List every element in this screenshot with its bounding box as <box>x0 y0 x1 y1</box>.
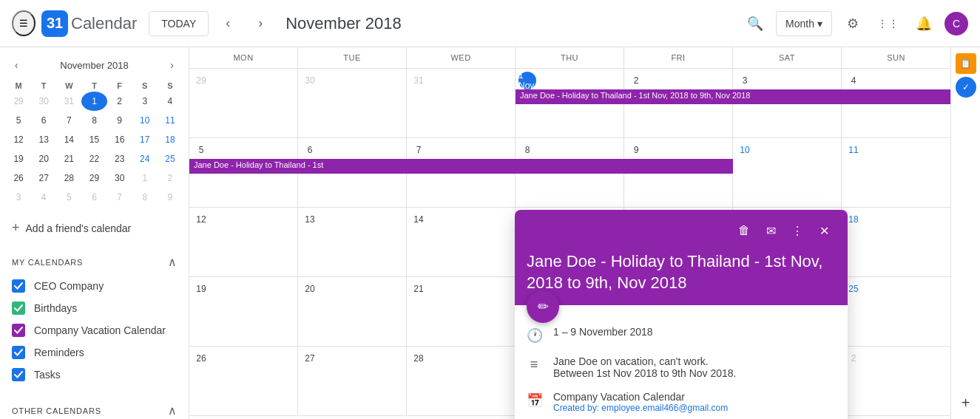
mini-prev-button[interactable]: ‹ <box>12 56 21 74</box>
date-26[interactable]: 26 <box>192 350 210 367</box>
mini-next-button[interactable]: › <box>167 56 177 74</box>
mini-cal-date[interactable]: 17 <box>132 130 158 149</box>
notifications-button[interactable]: 🔔 <box>909 9 939 38</box>
mini-cal-date[interactable]: 24 <box>132 149 158 168</box>
date-13[interactable]: 13 <box>301 211 319 228</box>
mini-cal-date[interactable]: 8 <box>132 188 158 207</box>
date-12[interactable]: 12 <box>192 211 210 228</box>
mini-cal-date[interactable]: 14 <box>56 130 81 149</box>
date-8[interactable]: 8 <box>518 141 536 159</box>
edit-fab[interactable]: ✏ <box>527 290 559 323</box>
mini-cal-date[interactable]: 31 <box>56 92 81 111</box>
date-21[interactable]: 21 <box>410 280 428 298</box>
mini-cal-date[interactable]: 5 <box>56 188 81 207</box>
mini-cal-date[interactable]: 3 <box>6 188 31 207</box>
calendar-item-birthdays[interactable]: Birthdays <box>0 297 189 319</box>
avatar[interactable]: C <box>944 12 968 35</box>
close-button[interactable]: ✕ <box>812 219 836 242</box>
mini-cal-date[interactable]: 3 <box>132 92 158 111</box>
ceo-checkbox[interactable] <box>12 279 25 293</box>
next-button[interactable]: › <box>247 10 274 37</box>
mini-cal-date[interactable]: 30 <box>107 168 132 188</box>
date-2[interactable]: 2 <box>627 72 645 89</box>
mini-cal-date[interactable]: 28 <box>56 168 81 188</box>
date-11[interactable]: 11 <box>845 141 862 159</box>
date-7[interactable]: 7 <box>410 141 428 159</box>
more-options-button[interactable]: ⋮ <box>785 219 809 242</box>
mini-cal-date[interactable]: 4 <box>158 92 183 111</box>
date-5[interactable]: 5 <box>192 141 210 159</box>
add-button[interactable]: + <box>956 392 976 413</box>
apps-button[interactable]: ⋮⋮ <box>873 9 903 38</box>
mini-cal-date[interactable]: 13 <box>31 130 56 149</box>
mini-cal-date[interactable]: 4 <box>31 188 56 207</box>
mini-cal-date[interactable]: 7 <box>107 188 132 207</box>
calendar-item-reminders[interactable]: Reminders <box>0 341 189 364</box>
date-14[interactable]: 14 <box>410 211 428 228</box>
mini-cal-date[interactable]: 26 <box>6 168 31 188</box>
date-30[interactable]: 30 <box>301 72 319 89</box>
date-20[interactable]: 20 <box>301 280 319 298</box>
right-panel-icon2[interactable]: ✓ <box>956 77 976 98</box>
date-1-nov[interactable]: 1 Nov <box>518 72 536 89</box>
mini-cal-date[interactable]: 30 <box>31 92 56 111</box>
mini-cal-date[interactable]: 16 <box>107 130 132 149</box>
mini-cal-date[interactable]: 5 <box>6 111 31 130</box>
date-9[interactable]: 9 <box>627 141 645 159</box>
mini-cal-date[interactable]: 29 <box>6 92 31 111</box>
date-4[interactable]: 4 <box>845 72 862 89</box>
mini-cal-date[interactable]: 18 <box>158 130 183 149</box>
today-button[interactable]: TODAY <box>149 11 209 36</box>
calendar-item-tasks[interactable]: Tasks <box>0 364 189 386</box>
mini-cal-date[interactable]: 9 <box>158 188 183 207</box>
mini-cal-date[interactable]: 12 <box>6 130 31 149</box>
mini-cal-date[interactable]: 9 <box>107 111 132 130</box>
vacation-checkbox[interactable] <box>12 324 25 337</box>
date-29[interactable]: 29 <box>192 72 210 89</box>
menu-button[interactable]: ☰ <box>12 10 36 36</box>
date-10[interactable]: 10 <box>736 141 754 159</box>
birthdays-checkbox[interactable] <box>12 302 25 315</box>
mini-cal-date[interactable]: 7 <box>56 111 81 130</box>
date-27[interactable]: 27 <box>301 350 319 367</box>
mini-cal-date[interactable]: 11 <box>158 111 183 130</box>
mini-cal-date[interactable]: 21 <box>56 149 81 168</box>
mini-cal-date[interactable]: 8 <box>81 111 107 130</box>
tasks-checkbox[interactable] <box>12 368 25 381</box>
mini-cal-date[interactable]: 6 <box>81 188 107 207</box>
search-button[interactable]: 🔍 <box>740 9 770 38</box>
date-31[interactable]: 31 <box>410 72 428 89</box>
month-selector[interactable]: Month ▾ <box>776 11 832 36</box>
delete-button[interactable]: 🗑 <box>732 219 756 242</box>
mini-cal-date[interactable]: 1 <box>81 92 107 111</box>
mini-cal-date[interactable]: 25 <box>158 149 183 168</box>
mini-cal-date[interactable]: 2 <box>107 92 132 111</box>
email-button[interactable]: ✉ <box>759 219 783 242</box>
mini-cal-date[interactable]: 22 <box>81 149 107 168</box>
mini-cal-date[interactable]: 6 <box>31 111 56 130</box>
event-row1[interactable]: Jane Doe - Holiday to Thailand - 1st Nov… <box>516 89 950 104</box>
my-calendars-header[interactable]: My calendars ∧ <box>0 249 189 275</box>
mini-cal-date[interactable]: 20 <box>31 149 56 168</box>
mini-cal-date[interactable]: 19 <box>6 149 31 168</box>
mini-cal-date[interactable]: 23 <box>107 149 132 168</box>
reminders-checkbox[interactable] <box>12 346 25 359</box>
mini-cal-date[interactable]: 2 <box>158 168 183 188</box>
date-28[interactable]: 28 <box>410 350 428 367</box>
other-calendars-header[interactable]: Other calendars ∧ <box>0 398 189 419</box>
calendar-item-vacation[interactable]: Company Vacation Calendar <box>0 319 189 341</box>
date-6[interactable]: 6 <box>301 141 319 159</box>
date-19[interactable]: 19 <box>192 280 210 298</box>
calendar-item-ceo[interactable]: CEO Company <box>0 275 189 297</box>
prev-button[interactable]: ‹ <box>214 10 241 37</box>
mini-cal-date[interactable]: 1 <box>132 168 158 188</box>
mini-cal-date[interactable]: 27 <box>31 168 56 188</box>
mini-cal-date[interactable]: 29 <box>81 168 107 188</box>
settings-button[interactable]: ⚙ <box>838 9 868 38</box>
right-panel-icon1[interactable]: 📋 <box>956 53 976 74</box>
mini-cal-date[interactable]: 10 <box>132 111 158 130</box>
mini-cal-date[interactable]: 15 <box>81 130 107 149</box>
event-row2[interactable]: Jane Doe - Holiday to Thailand - 1st <box>189 159 733 174</box>
date-3[interactable]: 3 <box>736 72 754 89</box>
add-friend-button[interactable]: + Add a friend's calendar <box>0 213 189 243</box>
